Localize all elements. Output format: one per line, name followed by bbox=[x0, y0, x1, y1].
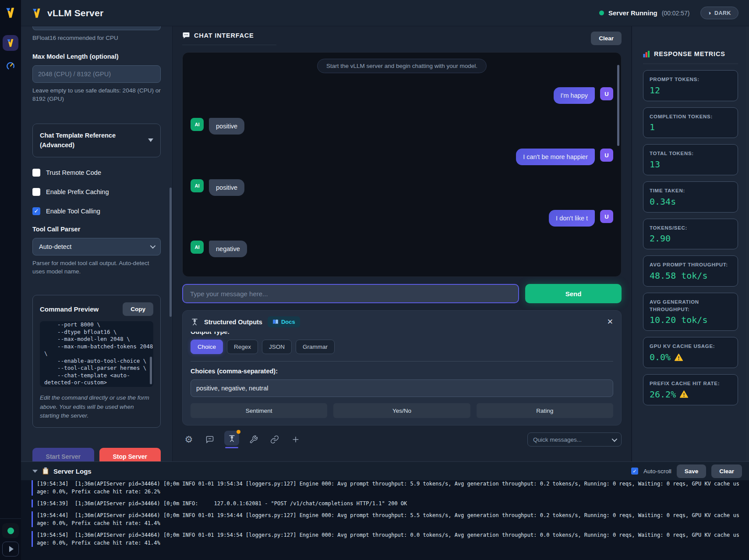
play-button[interactable] bbox=[2, 542, 19, 556]
collapse-triangle-icon[interactable] bbox=[32, 470, 38, 473]
rail-item-server[interactable] bbox=[3, 35, 18, 51]
metrics-section-title: RESPONSE METRICS bbox=[654, 50, 725, 57]
chat-template-reference-toggle[interactable]: Chat Template Reference (Advanced) bbox=[32, 124, 161, 157]
user-avatar: U bbox=[600, 149, 613, 162]
metric-card-tokens-per-sec: TOKENS/SEC: 2.90 bbox=[643, 219, 738, 250]
metric-value: 10.20 tok/s bbox=[650, 315, 731, 325]
topbar-right: Server Running (00:02:57) ◑ DARK bbox=[599, 7, 738, 19]
send-button[interactable]: Send bbox=[525, 284, 622, 303]
chat-messages-area[interactable]: Start the vLLM server and begin chatting… bbox=[182, 52, 622, 277]
metric-label: COMPLETION TOKENS: bbox=[650, 113, 731, 121]
server-logs-output[interactable]: [19:54:34] [1;36m(APIServer pid=34464) [… bbox=[21, 480, 749, 560]
enable-prefix-caching-checkbox[interactable]: Enable Prefix Caching bbox=[32, 188, 161, 196]
chevron-down-icon bbox=[612, 436, 618, 442]
structured-output-icon[interactable] bbox=[224, 431, 239, 446]
metric-card-prompt-tokens: PROMPT TOKENS: 12 bbox=[643, 70, 738, 101]
metric-label: TOTAL TOKENS: bbox=[650, 150, 731, 157]
app-root: vLLM Server Server Running (00:02:57) ◑ … bbox=[0, 0, 749, 560]
chevron-down-icon bbox=[148, 138, 153, 142]
metric-card-total-tokens: TOTAL TOKENS: 13 bbox=[643, 144, 738, 175]
max-model-length-label: Max Model Length (optional) bbox=[32, 53, 161, 60]
vllm-logo-icon bbox=[32, 8, 42, 18]
metric-value: 26.2% bbox=[650, 389, 731, 400]
trust-remote-code-label: Trust Remote Code bbox=[46, 169, 101, 176]
status-indicator-button[interactable] bbox=[2, 523, 19, 538]
metric-card-gpu-kv-cache: GPU KV CACHE USAGE: 0.0% bbox=[643, 337, 738, 368]
output-type-json[interactable]: JSON bbox=[262, 340, 292, 354]
ai-avatar: AI bbox=[191, 241, 204, 254]
command-preview-help: Edit the command directly or use the for… bbox=[40, 393, 153, 420]
metric-label: PROMPT TOKENS: bbox=[650, 76, 731, 83]
autoscroll-checkbox[interactable]: ✓ bbox=[631, 468, 638, 475]
metric-label: TIME TAKEN: bbox=[650, 187, 731, 195]
chat-scrollbar[interactable] bbox=[617, 65, 619, 146]
enable-tool-calling-label: Enable Tool Calling bbox=[46, 208, 100, 215]
quick-messages-placeholder: Quick messages... bbox=[533, 436, 582, 443]
code-scrollbar[interactable] bbox=[150, 357, 152, 384]
server-status-label: Server Running bbox=[608, 9, 657, 17]
message-icon[interactable] bbox=[203, 433, 216, 446]
add-icon[interactable] bbox=[289, 433, 302, 446]
green-status-icon bbox=[7, 528, 14, 534]
chat-header: CHAT INTERFACE Clear bbox=[182, 32, 622, 45]
rail-bottom bbox=[0, 518, 21, 556]
output-type-regex[interactable]: Regex bbox=[227, 340, 258, 354]
chat-input-row: Send bbox=[182, 284, 622, 303]
output-type-grammar[interactable]: Grammar bbox=[296, 340, 335, 354]
metric-value: 1 bbox=[650, 122, 731, 132]
settings-icon[interactable]: ⚙ bbox=[182, 433, 195, 446]
metric-label: GPU KV CACHE USAGE: bbox=[650, 343, 731, 350]
start-server-button[interactable]: Start Server bbox=[32, 448, 94, 461]
metric-card-time-taken: TIME TAKEN: 0.34s bbox=[643, 181, 738, 213]
config-panel: BFloat16 recommended for CPU Max Model L… bbox=[21, 26, 173, 461]
log-line: [19:54:39] [1;36m(APIServer pid=34464) [… bbox=[32, 500, 742, 507]
output-type-choice[interactable]: Choice bbox=[191, 340, 223, 354]
max-model-length-input[interactable] bbox=[32, 65, 161, 83]
logs-save-button[interactable]: Save bbox=[677, 464, 707, 478]
close-icon[interactable]: ✕ bbox=[607, 317, 613, 326]
config-panel-scrollbar[interactable] bbox=[170, 188, 172, 317]
stop-server-button[interactable]: Stop Server bbox=[99, 448, 161, 461]
choices-input[interactable] bbox=[191, 379, 613, 397]
metric-value: 13 bbox=[650, 159, 731, 170]
tool-call-parser-help: Parser for model tool call output. Auto-… bbox=[32, 259, 161, 276]
preset-rating-button[interactable]: Rating bbox=[477, 403, 613, 418]
link-icon[interactable] bbox=[268, 433, 281, 446]
bar-chart-icon bbox=[643, 50, 650, 57]
choices-label: Choices (comma-separated): bbox=[191, 368, 613, 375]
dtype-select-clipped[interactable] bbox=[32, 26, 161, 30]
metric-label: PREFIX CACHE HIT RATE: bbox=[650, 380, 731, 387]
preset-yesno-button[interactable]: Yes/No bbox=[333, 403, 470, 418]
theme-toggle-button[interactable]: ◑ DARK bbox=[700, 7, 738, 19]
checkbox-checked-icon: ✓ bbox=[32, 207, 40, 215]
theme-toggle-label: DARK bbox=[714, 10, 731, 16]
trust-remote-code-checkbox[interactable]: Trust Remote Code bbox=[32, 169, 161, 177]
quick-messages-select[interactable]: Quick messages... bbox=[527, 432, 622, 447]
preset-sentiment-button[interactable]: Sentiment bbox=[191, 403, 327, 418]
dtype-note: BFloat16 recommended for CPU bbox=[32, 34, 161, 43]
output-type-row: Choice Regex JSON Grammar bbox=[191, 340, 613, 354]
wrench-icon[interactable] bbox=[247, 433, 260, 446]
copy-button[interactable]: Copy bbox=[123, 302, 153, 316]
user-avatar: U bbox=[600, 87, 613, 100]
structured-output-toggle[interactable] bbox=[224, 431, 239, 448]
chat-message-input[interactable] bbox=[182, 284, 519, 303]
command-preview-code[interactable]: --port 8000 \ --dtype bfloat16 \ --max-m… bbox=[40, 321, 153, 387]
docs-label: Docs bbox=[281, 319, 295, 325]
enable-tool-calling-checkbox[interactable]: ✓ Enable Tool Calling bbox=[32, 207, 161, 215]
message-bubble: I don't like t bbox=[549, 210, 595, 227]
chat-column: CHAT INTERFACE Clear Start the vLLM serv… bbox=[173, 26, 632, 461]
chat-clear-button[interactable]: Clear bbox=[591, 32, 622, 45]
server-uptime: (00:02:57) bbox=[662, 10, 690, 17]
metric-card-avg-prompt-throughput: AVG PROMPT THROUGHPUT: 48.58 tok/s bbox=[643, 255, 738, 287]
chat-message-ai: AI negative bbox=[191, 241, 613, 257]
rail-item-metrics[interactable] bbox=[3, 58, 18, 74]
chat-empty-hint: Start the vLLM server and begin chatting… bbox=[317, 59, 487, 73]
metrics-header: RESPONSE METRICS bbox=[643, 50, 738, 64]
docs-button[interactable]: Docs bbox=[268, 316, 300, 327]
tool-call-parser-select[interactable]: Auto-detect bbox=[32, 238, 161, 255]
content-row: BFloat16 recommended for CPU Max Model L… bbox=[21, 26, 749, 461]
metric-value: 0.0% bbox=[650, 352, 731, 362]
logs-clear-button[interactable]: Clear bbox=[711, 464, 742, 478]
left-rail bbox=[0, 0, 21, 560]
